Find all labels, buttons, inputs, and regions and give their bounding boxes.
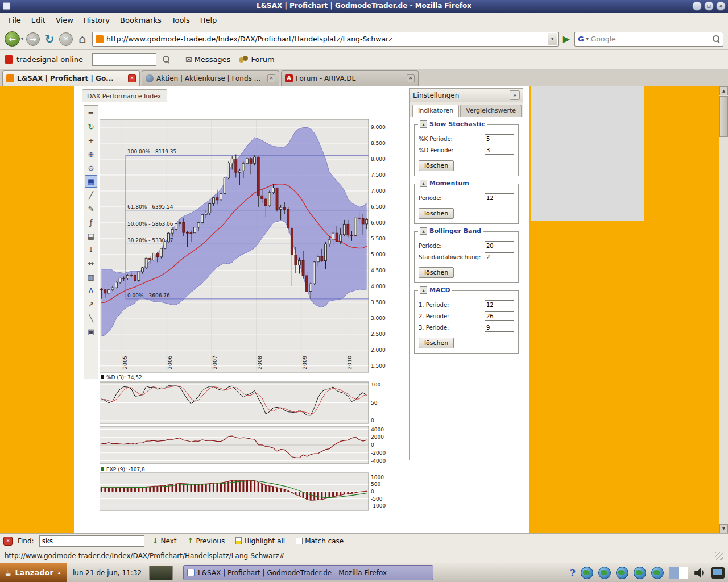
freehand-icon[interactable]: ╲ [85,311,97,324]
launcher-button[interactable]: ☕ Lanzador ▴ [0,563,67,582]
compare-icon[interactable]: ▣ [85,325,97,338]
drag-handle-icon[interactable]: ≡ [85,107,97,119]
search-input[interactable] [591,35,710,43]
scroll-up-icon[interactable]: ▲ [719,86,728,95]
tray-thumbnail-button[interactable] [149,566,173,580]
collapse-icon[interactable]: ▲ [420,120,427,128]
url-bar[interactable]: ▾ [92,32,559,47]
profichart-canvas[interactable]: 9.0008.5008.0007.5007.0006.5006.0005.500… [100,118,395,516]
highlight-all-button[interactable]: Highlight all [233,536,288,546]
collapse-panel-icon[interactable]: » [510,90,520,100]
delete-macd-button[interactable]: löschen [419,338,454,348]
macd-period2-input[interactable] [485,311,514,321]
symbol-search-input[interactable] [92,53,156,66]
globe-icon-4[interactable] [634,567,646,579]
match-case-control[interactable]: Match case [293,536,346,546]
stochastic-k-period-input[interactable] [485,134,514,143]
annotation-icon[interactable]: ▥ [85,271,97,283]
macd-period3-input[interactable] [485,323,514,332]
tab-indikatoren[interactable]: Indikatoren [412,105,459,117]
symbol-search-icon[interactable] [163,56,170,63]
stop-icon[interactable]: ✕ [59,32,73,46]
menu-help[interactable]: Help [195,14,222,27]
text-tool-icon[interactable]: A [85,284,97,297]
back-button[interactable]: ← [5,31,20,47]
url-input[interactable] [106,35,545,43]
macd-period1-input[interactable] [485,300,514,309]
globe-icon-1[interactable] [581,567,593,579]
workspace-pager[interactable] [669,567,688,579]
messages-icon[interactable]: ✉ [185,55,192,64]
back-dropdown-icon[interactable]: ▾ [21,36,23,41]
horizontal-line-icon[interactable]: ↔ [85,257,97,269]
tab-ariva-forum[interactable]: A Forum - ARIVA.DE ✕ [281,70,419,86]
page-scrollbar[interactable]: ▲ ▼ [719,86,728,533]
find-next-button[interactable]: ↓ Next [150,535,180,546]
search-engine-dropdown-icon[interactable]: ▾ [586,36,589,41]
tab-close-icon[interactable]: ✕ [267,74,275,82]
reload-icon[interactable]: ↻ [43,32,56,46]
fibonacci-icon[interactable]: ƒ [85,216,97,228]
find-input[interactable] [39,535,144,547]
bollinger-period-input[interactable] [485,241,514,250]
zoom-out-icon[interactable]: ⊖ [85,161,97,174]
forum-icon[interactable] [239,55,249,64]
globe-icon-2[interactable] [598,567,611,579]
menu-view[interactable]: View [51,14,78,27]
bollinger-stddev-input[interactable] [485,252,514,261]
stochastic-d-period-input[interactable] [485,146,514,155]
arrow-tool-icon[interactable]: ↗ [85,298,97,310]
messages-label[interactable]: Messages [195,55,231,64]
go-icon[interactable]: ▶ [561,34,572,44]
grid-icon[interactable]: ▤ [85,230,97,242]
clock[interactable]: lun 21 de jun, 11:32 [73,569,142,577]
menu-file[interactable]: File [3,14,26,27]
resize-grip[interactable] [715,552,723,560]
maximize-icon[interactable]: ▢ [704,1,714,11]
menu-bookmarks[interactable]: Bookmarks [115,14,167,27]
display-icon[interactable] [711,567,725,579]
scrollbar-thumb[interactable] [719,96,728,137]
crosshair-icon[interactable]: + [85,134,97,147]
find-close-icon[interactable]: ✕ [3,537,13,546]
trendline-icon[interactable]: ╱ [85,189,97,201]
match-case-checkbox[interactable] [296,538,303,544]
search-icon[interactable] [713,35,720,43]
home-icon[interactable]: ⌂ [76,32,89,46]
menu-edit[interactable]: Edit [26,14,51,27]
find-previous-button[interactable]: ↑ Previous [185,535,228,546]
forum-label[interactable]: Forum [251,55,274,64]
close-icon[interactable]: ✕ [716,1,726,11]
tab-vergleichswerte[interactable]: Vergleichswerte [460,105,522,117]
minimize-icon[interactable]: — [692,1,702,11]
collapse-icon[interactable]: ▲ [420,286,427,294]
window-titlebar[interactable]: L&SAX | Profichart | GodmodeTrader.de - … [0,0,728,13]
menu-tools[interactable]: Tools [167,14,195,27]
collapse-icon[interactable]: ▲ [420,180,427,187]
pencil-icon[interactable]: ✎ [85,202,97,215]
globe-icon-5[interactable] [651,567,664,579]
momentum-period-input[interactable] [485,193,514,202]
forward-button[interactable]: → [26,32,40,46]
instrument-tab[interactable]: DAX Performance Index [82,89,167,102]
delete-momentum-button[interactable]: löschen [419,208,454,219]
tradesignal-label[interactable]: tradesignal online [16,55,83,64]
tab-profichart[interactable]: L&SAX | Profichart | Go... ✕ [2,70,140,86]
search-bar[interactable]: G ▾ [574,32,723,47]
volume-icon[interactable] [693,567,706,579]
firefox-task-button[interactable]: L&SAX | Profichart | GodmodeTrader.de - … [183,565,433,580]
vertical-line-icon[interactable]: ↓ [85,243,97,256]
collapse-icon[interactable]: ▲ [420,227,427,235]
search-engine-icon[interactable]: G [578,35,584,43]
refresh-icon[interactable]: ↻ [85,120,97,133]
zoom-in-icon[interactable]: ⊕ [85,148,97,160]
tab-close-icon[interactable]: ✕ [407,74,415,82]
indicator-settings-icon[interactable]: ▦ [85,175,97,188]
help-icon[interactable]: ? [570,567,576,579]
globe-icon-3[interactable] [616,567,628,579]
tab-aktien[interactable]: Aktien | Aktienkurse | Fonds ... ✕ [142,70,279,86]
delete-bollinger-button[interactable]: löschen [419,267,454,278]
url-dropdown-icon[interactable]: ▾ [548,33,557,45]
menu-history[interactable]: History [78,14,115,27]
scroll-down-icon[interactable]: ▼ [719,524,728,533]
